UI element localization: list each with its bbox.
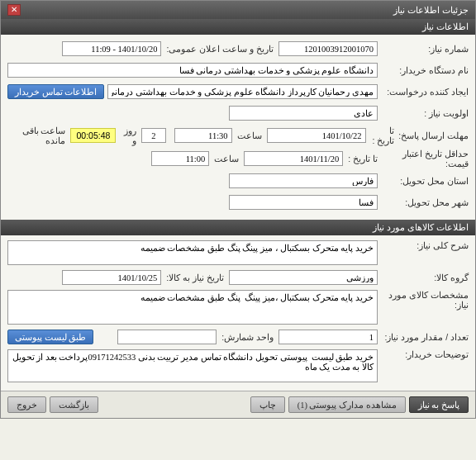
validity-date-field[interactable] [244, 151, 343, 166]
countdown-field: 00:05:48 [70, 128, 116, 143]
respond-button[interactable]: پاسخ به نیاز [409, 396, 469, 413]
priority-label: اولویت نیاز : [378, 108, 469, 118]
attach-list-button[interactable]: طبق لیست پیوستی [7, 330, 93, 344]
buyer-org-label: نام دستگاه خریدار: [378, 65, 469, 75]
time-label-1: ساعت [232, 130, 267, 140]
buyer-notes-label: توضیحات خریدار: [378, 349, 469, 359]
validity-time-field[interactable] [151, 151, 209, 166]
buyer-notes-field[interactable]: خرید طبق لیست پیوستی تحویل دانشگاه تماس … [7, 349, 378, 382]
time-label-2: ساعت [209, 154, 244, 164]
city-field[interactable] [229, 195, 378, 210]
need-by-date-label: تاریخ نیاز به کالا: [161, 273, 229, 282]
deadline-label: مهلت ارسال پاسخ: [394, 130, 469, 140]
requester-field[interactable] [107, 84, 378, 99]
to-date-label: تا تاریخ : [366, 126, 395, 145]
days-and-label: روز و [116, 126, 141, 145]
buyer-contact-button[interactable]: اطلاعات تماس خریدار [7, 84, 104, 99]
province-label: استان محل تحویل: [378, 176, 469, 186]
section2-body: شرح کلی نیاز: خرید پایه متحرک بسکتبال ، … [1, 235, 475, 391]
unit-label: واحد شمارش: [217, 332, 278, 342]
days-left-field [141, 128, 166, 143]
goods-spec-field[interactable]: خرید پایه متحرک بسکتبال ،میز پینگ پنگ طب… [7, 290, 378, 325]
deadline-date-field[interactable] [267, 128, 366, 143]
requester-label: ایجاد کننده درخواست: [378, 87, 469, 97]
window-title: جزئیات اطلاعات نیاز [393, 5, 469, 16]
view-attach-button[interactable]: مشاهده مدارک پیوستی (1) [288, 396, 406, 413]
print-button[interactable]: چاپ [250, 396, 285, 413]
need-desc-field[interactable]: خرید پایه متحرک بسکتبال ، میز پینگ پنگ ط… [7, 240, 378, 265]
section1-body: شماره نیاز: تاریخ و ساعت اعلان عمومی: نا… [1, 35, 475, 220]
goods-group-label: گروه کالا: [378, 273, 469, 282]
qty-field[interactable] [278, 330, 378, 344]
main-window: جزئیات اطلاعات نیاز ✕ اطلاعات نیاز شماره… [0, 0, 476, 419]
section2-header: اطلاعات کالاهای مورد نیاز [1, 220, 475, 235]
footer-bar: پاسخ به نیاز مشاهده مدارک پیوستی (1) چاپ… [1, 391, 475, 418]
section1-header: اطلاعات نیاز [1, 19, 475, 35]
exit-button[interactable]: خروج [7, 396, 46, 413]
deadline-time-field[interactable] [174, 128, 232, 143]
goods-spec-label: مشخصات کالای مورد نیاز: [378, 290, 469, 310]
announce-dt-field[interactable] [62, 41, 161, 56]
titlebar: جزئیات اطلاعات نیاز ✕ [1, 1, 475, 19]
need-no-label: شماره نیاز: [378, 44, 469, 54]
need-desc-label: شرح کلی نیاز: [378, 240, 469, 250]
price-validity-label: حداقل تاریخ اعتبار قیمت: [378, 149, 469, 168]
back-button[interactable]: بازگشت [50, 396, 98, 413]
need-no-field[interactable] [278, 41, 378, 56]
priority-field[interactable] [229, 106, 378, 121]
unit-field[interactable] [117, 330, 217, 344]
province-field[interactable] [229, 173, 378, 188]
announce-dt-label: تاریخ و ساعت اعلان عمومی: [161, 44, 278, 54]
buyer-org-field[interactable] [7, 63, 378, 78]
to-date2-label: تا تاریخ : [343, 154, 378, 164]
city-label: شهر محل تحویل: [378, 197, 469, 207]
qty-label: تعداد / مقدار مورد نیاز: [378, 332, 469, 342]
goods-group-field[interactable] [229, 270, 378, 285]
close-icon[interactable]: ✕ [7, 4, 21, 16]
time-left-label: ساعت باقی مانده [7, 126, 70, 145]
need-by-date-field[interactable] [62, 270, 161, 285]
